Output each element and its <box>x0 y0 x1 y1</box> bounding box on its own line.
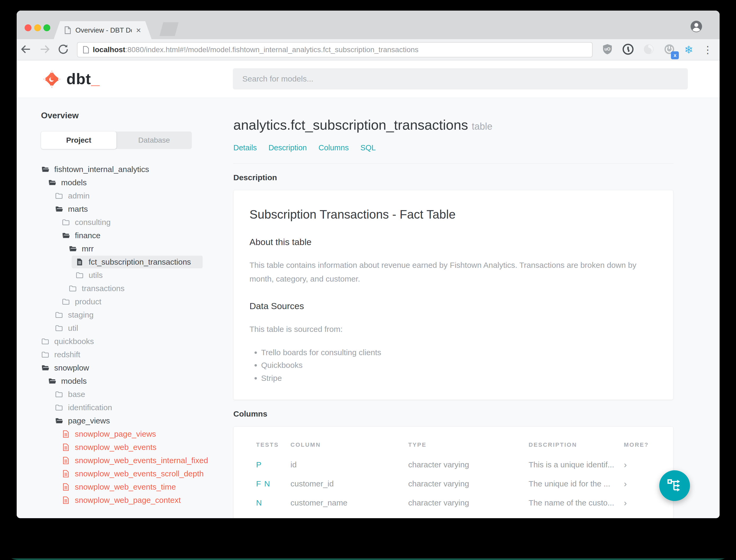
folder-open-icon <box>48 178 56 187</box>
dbt-logo[interactable]: dbt_ <box>43 70 100 88</box>
page-title: analytics.fct_subscription_transactions <box>233 117 468 133</box>
type-cell: character varying <box>408 479 528 488</box>
model-file-icon <box>62 496 70 504</box>
tree-item[interactable]: snowplow_web_events <box>41 441 233 454</box>
description-cell: This column indicates ... <box>528 517 624 518</box>
tree-item-label: mrr <box>82 244 94 253</box>
tree-item[interactable]: snowplow_web_events_internal_fixed <box>41 454 233 467</box>
tree-item-inner: fct_subscription_transactions <box>72 256 203 268</box>
tree-item-label: snowplow_web_events_time <box>75 482 176 491</box>
browser-profile-avatar[interactable] <box>689 20 703 34</box>
zoom-window-button[interactable] <box>43 24 50 31</box>
column-header: TESTS <box>256 441 291 448</box>
tree-item[interactable]: mrr <box>41 242 233 255</box>
desktop-edge <box>0 558 736 560</box>
close-window-button[interactable] <box>25 24 31 31</box>
model-file-icon <box>62 430 70 438</box>
tree-item[interactable]: models <box>41 176 233 189</box>
tree-item[interactable]: admin <box>41 189 233 202</box>
tree-item[interactable]: transactions <box>41 282 233 295</box>
tree-item-inner: util <box>51 322 90 335</box>
tree-item[interactable]: fct_subscription_transactions <box>41 255 233 269</box>
forward-button[interactable] <box>35 43 54 56</box>
tab-close-icon[interactable]: × <box>136 26 141 34</box>
reload-icon <box>57 43 69 55</box>
model-file-icon <box>62 456 70 465</box>
tests-cell: F N <box>256 479 291 488</box>
url-host: localhost <box>93 46 125 54</box>
tree-item[interactable]: base <box>41 388 233 401</box>
tree-item-inner: snowplow_web_events_internal_fixed <box>58 454 220 467</box>
tree-item-inner: snowplow_page_views <box>58 428 168 440</box>
swirl-extension-icon[interactable] <box>643 43 654 56</box>
expand-chevron-icon[interactable]: › <box>624 478 645 489</box>
snowflake-extension-icon[interactable]: ❄ <box>684 44 693 56</box>
tree-item[interactable]: consulting <box>41 216 233 229</box>
power-extension-icon[interactable]: x <box>663 43 675 56</box>
model-file-icon <box>62 483 70 491</box>
browser-menu-icon[interactable]: ⋮ <box>703 44 713 56</box>
expand-chevron-icon[interactable]: › <box>624 517 645 518</box>
tree-item[interactable]: snowplow_web_page_context <box>41 494 233 507</box>
folder-closed-icon <box>69 284 77 293</box>
tree-item[interactable]: product <box>41 295 233 308</box>
insecure-page-icon <box>83 46 89 54</box>
expand-chevron-icon[interactable]: › <box>624 498 645 508</box>
tree-item[interactable]: utils <box>41 269 233 282</box>
lineage-graph-button[interactable] <box>659 470 690 501</box>
tab-database[interactable]: Database <box>116 132 192 149</box>
browser-tab[interactable]: Overview - DBT Docs × <box>54 21 152 39</box>
table-row[interactable]: F N customer_id character varying The un… <box>234 474 673 493</box>
tree-item[interactable]: page_views <box>41 414 233 427</box>
folder-closed-icon <box>41 350 49 359</box>
table-row[interactable]: N category character varying This column… <box>234 512 673 518</box>
divider <box>233 163 673 164</box>
folder-closed-icon <box>55 324 63 332</box>
tab-project[interactable]: Project <box>41 132 116 149</box>
tree-item[interactable]: identification <box>41 401 233 414</box>
column-name-cell: customer_name <box>291 498 408 507</box>
anchor-link[interactable]: Details <box>233 143 257 152</box>
anchor-link[interactable]: SQL <box>360 143 376 152</box>
anchor-link[interactable]: Description <box>269 143 307 152</box>
tree-item-label: utils <box>89 271 103 280</box>
tree-item-label: marts <box>68 205 88 214</box>
url-bar[interactable]: localhost:8080/index.html#!/model/model.… <box>77 42 593 57</box>
tree-item[interactable]: staging <box>41 308 233 322</box>
doc-sources-heading: Data Sources <box>250 301 657 311</box>
back-button[interactable] <box>17 43 35 56</box>
dbt-logo-text: dbt_ <box>66 70 100 87</box>
folder-open-icon <box>62 231 70 240</box>
minimize-window-button[interactable] <box>34 24 41 31</box>
table-row[interactable]: N customer_name character varying The na… <box>234 493 673 512</box>
tree-item-label: quickbooks <box>54 337 94 346</box>
tree-item[interactable]: snowplow_page_views <box>41 427 233 441</box>
folder-open-icon <box>48 377 56 385</box>
source-item: Trello boards for consulting clients <box>261 346 657 359</box>
tree-item[interactable]: snowplow_web_events_time <box>41 480 233 494</box>
folder-open-icon <box>55 205 63 213</box>
tree-item[interactable]: redshift <box>41 348 233 361</box>
ublock-extension-icon[interactable]: uO <box>602 43 613 56</box>
table-row[interactable]: P id character varying This is a unique … <box>234 455 673 474</box>
anchor-link[interactable]: Columns <box>319 143 349 152</box>
type-cell: character varying <box>408 498 528 507</box>
tree-item[interactable]: snowplow_web_events_scroll_depth <box>41 467 233 480</box>
search-input[interactable] <box>233 68 688 89</box>
new-tab-button[interactable] <box>160 22 179 36</box>
tree-item[interactable]: marts <box>41 202 233 216</box>
browser-tab-strip: Overview - DBT Docs × <box>17 11 720 39</box>
onepassword-extension-icon[interactable] <box>622 43 634 56</box>
tree-item[interactable]: util <box>41 322 233 335</box>
tree-item[interactable]: snowplow <box>41 361 233 374</box>
tree-item[interactable]: fishtown_internal_analytics <box>41 163 233 176</box>
reload-button[interactable] <box>54 43 73 56</box>
folder-open-icon <box>41 364 49 372</box>
tree-item[interactable]: models <box>41 374 233 388</box>
tree-item[interactable]: quickbooks <box>41 335 233 348</box>
expand-chevron-icon[interactable]: › <box>624 459 645 470</box>
tree-item[interactable]: finance <box>41 229 233 242</box>
tree-item-label: product <box>75 297 101 306</box>
model-file-icon <box>62 443 70 451</box>
sidebar: Overview Project Database <box>17 98 233 507</box>
